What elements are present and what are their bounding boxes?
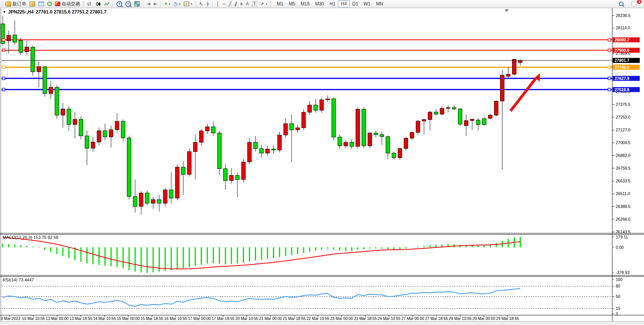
- candle-body: [61, 109, 65, 115]
- vertical-line-button[interactable]: │: [215, 1, 221, 7]
- candle-body: [518, 60, 522, 63]
- zoom-out-button[interactable]: −: [124, 1, 133, 7]
- candle-body: [212, 127, 215, 133]
- time-tick-label: 21 Mar 18:55: [283, 316, 306, 321]
- timeframe-buttons: M1M5M15M30H1H4D1W1MN: [274, 0, 386, 7]
- templates-button[interactable]: ▾: [182, 1, 194, 7]
- timeframe-m30-button[interactable]: M30: [313, 0, 327, 7]
- auto-trading-button[interactable]: 自动交易: [53, 0, 82, 8]
- candle-body: [7, 35, 11, 41]
- line-handle[interactable]: [608, 49, 611, 52]
- indicators-button[interactable]: + ▾: [163, 1, 172, 7]
- tile-windows-button[interactable]: [133, 1, 141, 7]
- trendline-icon: ╱: [229, 2, 231, 6]
- timeframe-m5-button[interactable]: M5: [286, 0, 298, 7]
- arrows-icon: ↗: [260, 2, 264, 6]
- clock-icon: ◷: [173, 2, 177, 6]
- navigator-button[interactable]: [46, 1, 53, 7]
- candle-body: [121, 121, 125, 138]
- text-label-button[interactable]: T: [251, 1, 259, 7]
- price-tick-label: 27253.0: [616, 115, 630, 119]
- line-chart-button[interactable]: [102, 1, 111, 7]
- time-tick-label: 22 Mar 10:55: [306, 316, 329, 321]
- timeframe-w1-button[interactable]: W1: [361, 0, 373, 7]
- price-tick-label: 27004.5: [616, 140, 630, 145]
- time-tick-label: 29 Mar 18:55: [496, 316, 519, 321]
- notifications-button[interactable]: 1: [630, 1, 639, 7]
- chart-area[interactable]: 28236.528114.027991.527869.027746.527624…: [0, 8, 644, 325]
- toolbar-grip[interactable]: [83, 1, 84, 7]
- price-tick-label: 26388.5: [616, 204, 630, 209]
- chevron-down-icon: ▾: [266, 2, 267, 6]
- toolbar-grip[interactable]: [195, 1, 196, 7]
- charts-window-button[interactable]: [37, 1, 46, 7]
- horizontal-line-button[interactable]: ─: [221, 1, 227, 7]
- candle-body: [326, 99, 330, 100]
- price-badge-label: 27801.7: [615, 58, 629, 63]
- candlestick-chart-button[interactable]: [94, 1, 102, 7]
- auto-scroll-button[interactable]: ⇥: [145, 1, 152, 7]
- line-handle[interactable]: [2, 66, 5, 68]
- toolbar-grip[interactable]: [1, 1, 3, 7]
- candle-body: [229, 175, 233, 180]
- cursor-button[interactable]: ↖: [198, 1, 205, 7]
- candle-body: [43, 67, 47, 94]
- candle-body: [199, 131, 203, 142]
- search-icon: [619, 2, 624, 6]
- new-order-button[interactable]: 新订单: [4, 0, 28, 8]
- candle-body: [224, 168, 227, 180]
- toolbar-grip[interactable]: [270, 1, 272, 7]
- candle-body: [434, 112, 438, 114]
- candle-body: [55, 87, 59, 115]
- candle-body: [386, 136, 390, 153]
- candle-body: [368, 133, 372, 146]
- timeframe-m1-button[interactable]: M1: [274, 0, 286, 7]
- timeframe-d1-button[interactable]: D1: [350, 0, 361, 7]
- equidistant-channel-button[interactable]: ∥: [233, 1, 239, 7]
- candle-body: [500, 75, 504, 101]
- price-badge-label: 27627.9: [615, 76, 629, 81]
- toolbar-separator: [143, 1, 143, 7]
- line-handle[interactable]: [2, 49, 5, 52]
- candle-body: [482, 119, 486, 125]
- timeframe-mn-button[interactable]: MN: [373, 0, 386, 7]
- time-tick-label: 17 Mar 18:55: [212, 316, 234, 321]
- indicators-icon: +: [164, 2, 167, 6]
- crosshair-button[interactable]: ┼: [205, 1, 211, 7]
- timeframe-h4-button[interactable]: H4: [338, 0, 349, 7]
- line-handle[interactable]: [608, 66, 611, 68]
- candle-body: [217, 133, 221, 168]
- arrows-button[interactable]: ↗ ▾: [259, 1, 269, 7]
- candlestick-chart-icon: [96, 2, 101, 7]
- plus-glyph: +: [118, 2, 121, 6]
- candle-body: [145, 193, 149, 203]
- candle-body: [37, 66, 41, 71]
- line-handle[interactable]: [2, 77, 5, 80]
- chevron-down-icon: ▾: [179, 2, 181, 6]
- time-tick-label: 15 Mar 00:00: [117, 316, 140, 321]
- line-handle[interactable]: [2, 39, 5, 41]
- time-tick-label: 27 Mar 18:55: [425, 316, 448, 321]
- bar-chart-button[interactable]: [85, 1, 94, 7]
- fibonacci-button[interactable]: ≡: [239, 1, 244, 7]
- chart-shift-button[interactable]: ⇤: [152, 1, 159, 7]
- line-handle[interactable]: [608, 88, 611, 91]
- timeframe-h1-button[interactable]: H1: [327, 0, 338, 7]
- symbol-period-label: JPN225-,H4: [8, 9, 34, 15]
- candle-body: [506, 74, 510, 76]
- chart-profiles-button[interactable]: [28, 1, 37, 7]
- zoom-in-button[interactable]: +: [115, 1, 124, 7]
- vertical-line-icon: │: [216, 2, 219, 6]
- timeframe-m15-button[interactable]: M15: [298, 0, 312, 7]
- trendline-button[interactable]: ╱: [227, 1, 233, 7]
- rsi-indicator-label: RSI(14) 73.4447: [3, 277, 34, 282]
- line-handle[interactable]: [608, 77, 611, 80]
- periods-button[interactable]: ◷ ▾: [172, 1, 182, 7]
- line-handle[interactable]: [608, 39, 611, 41]
- new-order-label: 新订单: [12, 1, 26, 7]
- collapse-objects-icon[interactable]: ▼: [3, 10, 6, 14]
- chevron-down-icon: ▾: [191, 2, 192, 6]
- search-button[interactable]: [617, 1, 625, 7]
- text-button[interactable]: A: [244, 1, 251, 7]
- line-handle[interactable]: [2, 88, 5, 91]
